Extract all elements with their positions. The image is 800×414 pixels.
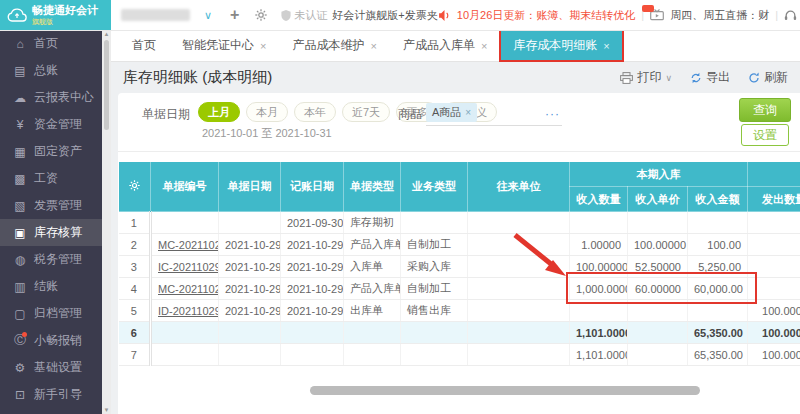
product-tag[interactable]: A商品 × <box>426 103 477 122</box>
sidebar-item-fixed-assets[interactable]: ▦固定资产 <box>0 138 102 165</box>
sidebar-scroll-thumb[interactable] <box>104 40 109 130</box>
headset-icon[interactable] <box>784 9 797 22</box>
sidebar-item-ledger[interactable]: ▤总账 <box>0 57 102 84</box>
close-tab-icon[interactable]: × <box>260 40 266 52</box>
date-range-text[interactable]: 2021-10-01 至 2021-10-31 <box>202 126 332 141</box>
remove-tag-icon[interactable]: × <box>465 107 471 118</box>
title-row: 库存明细账 (成本明细) 打印∨ 导出 刷新 <box>111 62 800 93</box>
sidebar-item-archive[interactable]: ▢归档管理 <box>0 300 102 327</box>
row-number: 7 <box>119 344 151 366</box>
sidebar-item-label: 资金管理 <box>34 116 82 133</box>
auth-status-badge[interactable]: 未认证 <box>281 8 327 23</box>
table-row[interactable]: 5ID-20211029-02021-10-292021-10-29出库单销售出… <box>119 300 800 322</box>
sidebar-item-settings[interactable]: ⚙基础设置 <box>0 354 102 381</box>
date-pill-上月[interactable]: 上月 <box>198 102 240 122</box>
col-header-doc-code[interactable]: 单据编号 <box>151 162 219 212</box>
col-header-partner[interactable]: 往来单位 <box>468 162 570 212</box>
cloud-logo-icon <box>7 8 27 23</box>
table-row[interactable]: 2MC-20211029-2021-10-292021-10-29产品入库单自制… <box>119 234 800 256</box>
product-tag-label: A商品 <box>432 105 461 120</box>
sidebar-item-cloud-report[interactable]: ☁云报表中心 <box>0 84 102 111</box>
doc-code-link[interactable]: ID-20211029-0 <box>158 305 219 317</box>
tab-首页[interactable]: 首页 <box>119 30 169 61</box>
table-cell <box>748 212 800 234</box>
refresh-button[interactable]: 刷新 <box>748 69 788 86</box>
sidebar-item-tax[interactable]: ◍税务管理 <box>0 246 102 273</box>
table-row[interactable]: 71,101.0000065,350.00100.00000 <box>119 344 800 366</box>
horizontal-scrollbar[interactable] <box>118 386 800 395</box>
print-button[interactable]: 打印∨ <box>620 69 672 86</box>
doc-code-cell <box>151 344 219 366</box>
close-tab-icon[interactable]: × <box>481 40 487 52</box>
inventory-icon: ▣ <box>13 226 27 240</box>
table-row[interactable]: 3IC-20211029-02021-10-292021-10-29入库单采购入… <box>119 256 800 278</box>
sidebar-item-guide[interactable]: ⊡新手引导 <box>0 381 102 408</box>
guide-icon: ⊡ <box>13 388 27 402</box>
sidebar-item-reimburse[interactable]: Ⓒ小畅报销 <box>0 327 102 354</box>
table-settings-icon[interactable] <box>119 162 151 212</box>
sidebar-item-home[interactable]: ⌂首页 <box>0 30 102 57</box>
doc-code-link[interactable]: MC-20211029- <box>158 283 219 295</box>
company-name-redacted[interactable] <box>121 9 190 21</box>
sidebar-item-salary[interactable]: ▩工资 <box>0 165 102 192</box>
row-number: 5 <box>119 300 151 322</box>
fixed-assets-icon: ▦ <box>13 145 27 159</box>
col-header-book-date[interactable]: 记账日期 <box>281 162 344 212</box>
col-header-in-price[interactable]: 收入单价 <box>628 187 688 212</box>
doc-code-cell: ID-20211029-0 <box>151 300 219 322</box>
table-row[interactable]: 61,101.0000065,350.00100.00000 <box>119 322 800 344</box>
col-group-inbound: 本期入库 <box>570 162 748 187</box>
add-account-icon[interactable]: + <box>230 7 239 23</box>
table-row[interactable]: 12021-09-30库存期初 <box>119 212 800 234</box>
chevron-down-icon[interactable]: ∨ <box>204 9 212 22</box>
close-tab-icon[interactable]: × <box>370 40 376 52</box>
table-cell: 产品入库单 <box>344 278 401 300</box>
doc-code-link[interactable]: IC-20211029-0 <box>158 261 219 273</box>
table-cell: 2021-10-29 <box>281 278 344 300</box>
sidebar-item-inventory[interactable]: ▣库存核算 <box>0 219 102 246</box>
table-cell <box>468 344 570 366</box>
live-schedule-text[interactable]: 周四、周五直播：财 <box>670 8 769 23</box>
col-header-out-qty[interactable]: 发出数量 <box>748 187 800 212</box>
export-button[interactable]: 导出 <box>690 69 730 86</box>
announcement-text[interactable]: 10月26日更新：账簿、期末结转优化 <box>457 8 635 23</box>
live-badge <box>642 5 654 12</box>
table-cell: 销售出库 <box>401 300 468 322</box>
table-cell <box>570 212 628 234</box>
query-button[interactable]: 查询 <box>739 98 791 122</box>
live-tv-icon[interactable] <box>650 9 664 21</box>
table-cell: 自制加工 <box>401 234 468 256</box>
settings-button[interactable]: 设置 <box>741 124 789 146</box>
col-header-in-amount[interactable]: 收入金额 <box>688 187 748 212</box>
col-header-doc-date[interactable]: 单据日期 <box>219 162 281 212</box>
sidebar-item-funds[interactable]: ¥资金管理 <box>0 111 102 138</box>
doc-code-cell <box>151 322 219 344</box>
sidebar-scrollbar[interactable]: ▲ ▼ <box>102 30 111 414</box>
col-header-doc-type[interactable]: 单据类型 <box>344 162 401 212</box>
table-cell: 100.00000 <box>570 256 628 278</box>
doc-code-cell: IC-20211029-0 <box>151 256 219 278</box>
tab-产品成本维护[interactable]: 产品成本维护× <box>279 30 389 61</box>
table-row[interactable]: 4MC-20211029-2021-10-292021-10-29产品入库单自制… <box>119 278 800 300</box>
scroll-down-icon[interactable]: ▼ <box>102 407 111 413</box>
doc-code-link[interactable]: MC-20211029- <box>158 239 219 251</box>
tab-智能凭证中心[interactable]: 智能凭证中心× <box>169 30 279 61</box>
gear-icon[interactable] <box>255 9 267 21</box>
table-cell: 60,000.00 <box>688 278 748 300</box>
row-number: 6 <box>119 322 151 344</box>
close-tab-icon[interactable]: × <box>603 40 609 52</box>
date-pill-本年[interactable]: 本年 <box>294 102 336 122</box>
product-select-field[interactable]: A商品 × ··· <box>426 99 562 126</box>
date-pill-本月[interactable]: 本月 <box>246 102 288 122</box>
tab-库存成本明细账[interactable]: 库存成本明细账× <box>500 30 622 61</box>
more-options-icon[interactable]: ··· <box>545 107 560 121</box>
content-panel: 单据日期 上月本月本年近7天更多自定义 2021-10-01 至 2021-10… <box>118 93 800 414</box>
col-header-biz-type[interactable]: 业务类型 <box>401 162 468 212</box>
sidebar-item-invoice[interactable]: ▧发票管理 <box>0 192 102 219</box>
scroll-up-icon[interactable]: ▲ <box>102 31 111 37</box>
date-pill-近7天[interactable]: 近7天 <box>342 102 390 122</box>
col-header-in-qty[interactable]: 收入数量 <box>570 187 628 212</box>
sidebar-item-closing[interactable]: ▥结账 <box>0 273 102 300</box>
horizontal-scroll-thumb[interactable] <box>310 386 700 395</box>
tab-产成品入库单[interactable]: 产成品入库单× <box>390 30 500 61</box>
